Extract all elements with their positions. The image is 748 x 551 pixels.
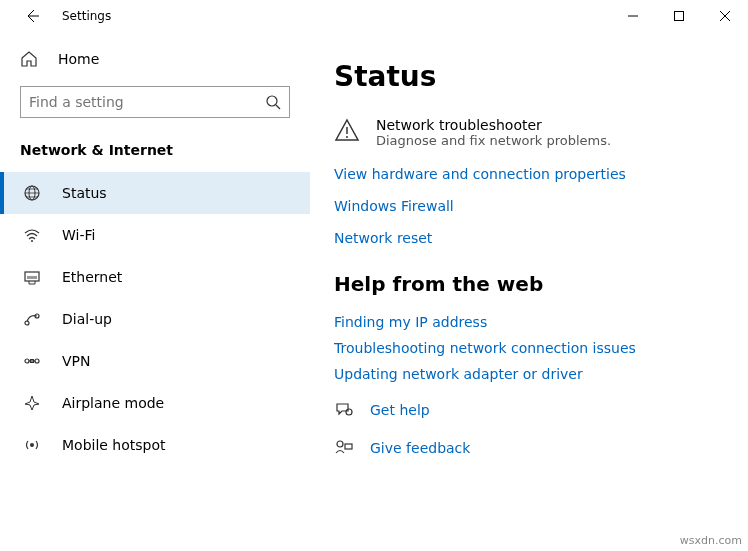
nav-label: Ethernet — [62, 269, 122, 285]
search-box[interactable] — [20, 86, 290, 118]
svg-rect-15 — [345, 444, 352, 449]
get-help-label: Get help — [370, 402, 430, 418]
back-button[interactable] — [20, 4, 44, 28]
titlebar: Settings — [0, 0, 748, 32]
nav-status[interactable]: Status — [0, 172, 310, 214]
search-icon — [265, 94, 281, 110]
nav-label: Mobile hotspot — [62, 437, 166, 453]
svg-point-9 — [35, 359, 39, 363]
svg-point-8 — [25, 359, 29, 363]
help-update-adapter[interactable]: Updating network adapter or driver — [334, 366, 748, 382]
nav-ethernet[interactable]: Ethernet — [0, 256, 310, 298]
give-feedback-label: Give feedback — [370, 440, 470, 456]
airplane-icon — [22, 394, 42, 412]
help-header: Help from the web — [334, 272, 748, 296]
troubleshooter-title: Network troubleshooter — [376, 117, 611, 133]
link-hardware-properties[interactable]: View hardware and connection properties — [334, 166, 748, 182]
dialup-icon — [22, 310, 42, 328]
nav-label: VPN — [62, 353, 91, 369]
chat-icon — [334, 400, 354, 420]
link-network-reset[interactable]: Network reset — [334, 230, 748, 246]
give-feedback-row[interactable]: Give feedback — [334, 438, 748, 458]
svg-rect-0 — [675, 12, 684, 21]
home-label: Home — [58, 51, 99, 67]
nav-label: Status — [62, 185, 107, 201]
warning-icon — [334, 117, 360, 148]
section-header: Network & Internet — [0, 136, 310, 172]
minimize-button[interactable] — [610, 0, 656, 32]
page-title: Status — [334, 60, 748, 93]
globe-icon — [22, 184, 42, 202]
search-input[interactable] — [29, 94, 265, 110]
svg-point-12 — [346, 136, 348, 138]
nav-label: Wi-Fi — [62, 227, 95, 243]
feedback-icon — [334, 438, 354, 458]
nav-dialup[interactable]: Dial-up — [0, 298, 310, 340]
link-windows-firewall[interactable]: Windows Firewall — [334, 198, 748, 214]
troubleshooter-desc: Diagnose and fix network problems. — [376, 133, 611, 148]
wifi-icon — [22, 226, 42, 244]
home-nav[interactable]: Home — [0, 40, 310, 78]
svg-point-14 — [337, 441, 343, 447]
window-controls — [610, 0, 748, 32]
nav-vpn[interactable]: VPN — [0, 340, 310, 382]
vpn-icon — [22, 352, 42, 370]
maximize-button[interactable] — [656, 0, 702, 32]
main-panel: Status Network troubleshooter Diagnose a… — [310, 32, 748, 551]
help-troubleshoot-connection[interactable]: Troubleshooting network connection issue… — [334, 340, 748, 356]
svg-point-13 — [346, 409, 352, 415]
app-title: Settings — [62, 9, 111, 23]
nav-label: Airplane mode — [62, 395, 164, 411]
help-ip-address[interactable]: Finding my IP address — [334, 314, 748, 330]
troubleshooter[interactable]: Network troubleshooter Diagnose and fix … — [334, 117, 748, 148]
nav-wifi[interactable]: Wi-Fi — [0, 214, 310, 256]
close-button[interactable] — [702, 0, 748, 32]
svg-point-11 — [30, 443, 34, 447]
home-icon — [20, 50, 40, 68]
get-help-row[interactable]: Get help — [334, 400, 748, 420]
nav-airplane[interactable]: Airplane mode — [0, 382, 310, 424]
svg-point-4 — [31, 240, 33, 242]
watermark: wsxdn.com — [680, 534, 742, 547]
nav-label: Dial-up — [62, 311, 112, 327]
nav-hotspot[interactable]: Mobile hotspot — [0, 424, 310, 466]
svg-point-1 — [267, 96, 277, 106]
sidebar: Home Network & Internet Status Wi-Fi E — [0, 32, 310, 551]
hotspot-icon — [22, 436, 42, 454]
ethernet-icon — [22, 268, 42, 286]
